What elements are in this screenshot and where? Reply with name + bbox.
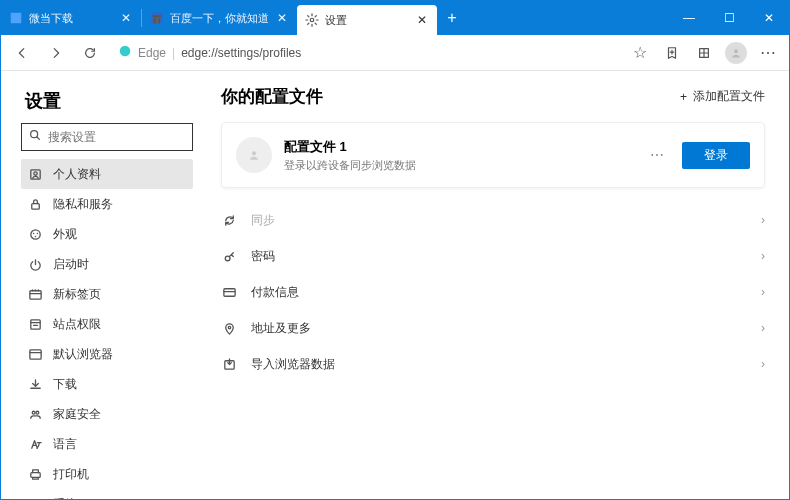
sidebar-item-label: 站点权限 [53,316,101,333]
svg-rect-20 [30,472,39,477]
tab-0-favicon [9,11,23,25]
profile-more-button[interactable]: ⋯ [644,147,670,163]
sidebar-item-power[interactable]: 启动时 [21,249,193,279]
option-key[interactable]: 密码› [221,238,765,274]
system-icon [27,496,43,500]
svg-point-4 [120,46,131,57]
sidebar-item-newtab[interactable]: 新标签页 [21,279,193,309]
sidebar-item-label: 个人资料 [53,166,101,183]
profile-desc: 登录以跨设备同步浏览数据 [284,158,632,173]
svg-point-13 [36,232,38,234]
svg-point-12 [32,232,34,234]
family-icon [27,406,43,422]
card-icon [221,284,237,300]
sidebar-item-label: 外观 [53,226,77,243]
profile-avatar[interactable] [721,39,751,67]
svg-rect-15 [29,290,40,298]
tab-2-label: 设置 [325,13,409,28]
plus-icon: + [680,90,687,104]
sync-icon [221,212,237,228]
collections-button[interactable] [657,39,687,67]
login-button[interactable]: 登录 [682,142,750,169]
add-profile-label: 添加配置文件 [693,88,765,105]
option-sync: 同步› [221,202,765,238]
search-settings[interactable] [21,123,193,151]
svg-point-27 [228,326,230,328]
sidebar-item-label: 启动时 [53,256,89,273]
tab-0[interactable]: 微当下载 ✕ [1,1,141,35]
sidebar-item-label: 打印机 [53,466,89,483]
sidebar-item-label: 默认浏览器 [53,346,113,363]
refresh-button[interactable] [75,39,105,67]
key-icon [221,248,237,264]
svg-point-18 [32,411,35,414]
svg-point-24 [252,151,256,155]
newtab-icon [27,286,43,302]
option-pin[interactable]: 地址及更多› [221,310,765,346]
browser-icon [27,346,43,362]
separator: | [172,46,175,60]
minimize-button[interactable]: — [669,1,709,35]
user-icon [27,166,43,182]
sidebar-item-appearance[interactable]: 外观 [21,219,193,249]
sidebar-item-user[interactable]: 个人资料 [21,159,193,189]
address-field[interactable]: Edge | edge://settings/profiles [109,39,621,67]
svg-rect-0 [11,13,22,24]
profile-card: 配置文件 1 登录以跨设备同步浏览数据 ⋯ 登录 [221,122,765,188]
tab-2-close-icon[interactable]: ✕ [415,13,429,27]
titlebar: 微当下载 ✕ 百 百度一下，你就知道 ✕ 设置 ✕ + — ☐ ✕ [1,1,789,35]
extensions-button[interactable] [689,39,719,67]
profile-name: 配置文件 1 [284,138,632,156]
sidebar-item-language[interactable]: 语言 [21,429,193,459]
chevron-right-icon: › [761,357,765,371]
avatar-icon [236,137,272,173]
sidebar-item-label: 系统 [53,496,77,501]
close-button[interactable]: ✕ [749,1,789,35]
url-text: edge://settings/profiles [181,46,301,60]
sidebar-item-system[interactable]: 系统 [21,489,193,500]
nav-list: 个人资料隐私和服务外观启动时新标签页站点权限默认浏览器下载家庭安全语言打印机系统… [21,159,193,500]
tab-1-close-icon[interactable]: ✕ [275,11,289,25]
back-button[interactable] [7,39,37,67]
sidebar-item-family[interactable]: 家庭安全 [21,399,193,429]
sidebar-item-printer[interactable]: 打印机 [21,459,193,489]
sidebar-item-permissions[interactable]: 站点权限 [21,309,193,339]
option-label: 付款信息 [251,284,747,301]
import-icon [221,356,237,372]
sidebar-item-label: 隐私和服务 [53,196,113,213]
sidebar-item-label: 语言 [53,436,77,453]
add-profile-button[interactable]: + 添加配置文件 [680,88,765,105]
favorite-button[interactable]: ☆ [625,39,655,67]
sidebar-item-download[interactable]: 下载 [21,369,193,399]
svg-rect-26 [223,288,234,296]
tab-1[interactable]: 百 百度一下，你就知道 ✕ [142,1,297,35]
gear-icon [305,13,319,27]
titlebar-spacer[interactable] [467,1,669,35]
option-card[interactable]: 付款信息› [221,274,765,310]
new-tab-button[interactable]: + [437,1,467,35]
settings-title: 设置 [25,89,193,113]
options-list: 同步›密码›付款信息›地址及更多›导入浏览器数据› [221,202,765,382]
tab-1-favicon: 百 [150,11,164,25]
pin-icon [221,320,237,336]
content: 设置 个人资料隐私和服务外观启动时新标签页站点权限默认浏览器下载家庭安全语言打印… [1,71,789,499]
svg-point-3 [310,18,314,22]
scheme-label: Edge [138,46,166,60]
svg-point-6 [734,49,738,53]
svg-rect-16 [30,319,39,328]
sidebar-item-label: 家庭安全 [53,406,101,423]
tab-2[interactable]: 设置 ✕ [297,5,437,35]
more-button[interactable]: ⋯ [753,39,783,67]
search-input[interactable] [48,130,198,144]
maximize-button[interactable]: ☐ [709,1,749,35]
svg-point-11 [30,229,39,238]
forward-button[interactable] [41,39,71,67]
option-import[interactable]: 导入浏览器数据› [221,346,765,382]
tab-0-close-icon[interactable]: ✕ [119,11,133,25]
svg-point-9 [33,171,36,174]
sidebar-item-browser[interactable]: 默认浏览器 [21,339,193,369]
window-controls: — ☐ ✕ [669,1,789,35]
sidebar-item-lock[interactable]: 隐私和服务 [21,189,193,219]
power-icon [27,256,43,272]
option-label: 地址及更多 [251,320,747,337]
